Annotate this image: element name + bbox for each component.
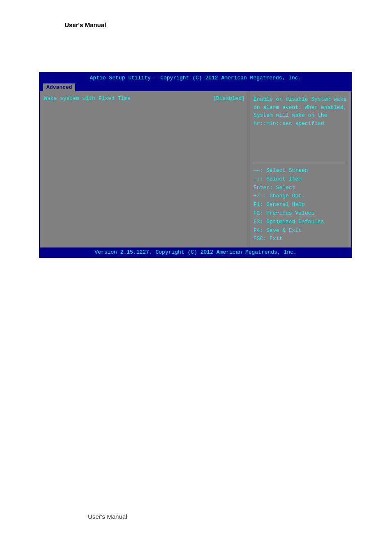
bios-divider	[254, 163, 347, 163]
bios-footer: Version 2.15.1227. Copyright (C) 2012 Am…	[40, 247, 351, 257]
setting-row-wake[interactable]: Wake system with Fixed Time [Disabled]	[44, 95, 245, 102]
bios-tab-row: Advanced	[40, 83, 351, 91]
bios-container: Aptio Setup Utility – Copyright (C) 2012…	[39, 72, 352, 258]
bios-header: Aptio Setup Utility – Copyright (C) 2012…	[40, 73, 351, 83]
setting-value-wake: [Disabled]	[213, 95, 245, 102]
bios-right-panel: Enable or disable System wakeon alarm ev…	[249, 91, 351, 247]
setting-name-wake: Wake system with Fixed Time	[44, 95, 213, 102]
help-text: Enable or disable System wakeon alarm ev…	[254, 95, 347, 160]
tab-advanced[interactable]: Advanced	[43, 83, 75, 91]
bios-body: Wake system with Fixed Time [Disabled] E…	[40, 91, 351, 247]
bios-left-panel: Wake system with Fixed Time [Disabled]	[40, 91, 249, 247]
page-title-bottom: User's Manual	[88, 513, 127, 520]
key-help-block: →←: Select Screen↑↓: Select ItemEnter: S…	[254, 166, 347, 243]
page-title-top: User's Manual	[65, 21, 106, 28]
